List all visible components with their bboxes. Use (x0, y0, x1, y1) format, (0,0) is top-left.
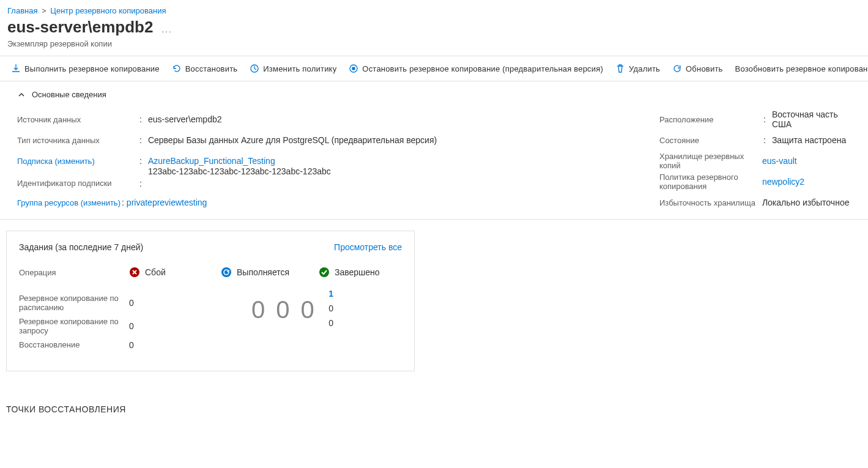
jobs-status-header: Операция Сбой Выполняется Завершено (19, 267, 402, 291)
jobs-title: Задания (за последние 7 дней) (19, 242, 143, 252)
subscription-value[interactable]: AzureBackup_Functional_Testing (148, 156, 275, 166)
svg-rect-2 (352, 67, 355, 70)
completed-header: Завершено (319, 267, 410, 278)
error-icon (129, 267, 140, 278)
subscription-id-label: Идентификатор подписки (17, 171, 139, 188)
more-menu[interactable]: ... (161, 25, 172, 34)
status-label: Состояние (659, 136, 763, 145)
jobs-center-zeros: 0 0 0 (19, 296, 314, 324)
download-icon (11, 64, 21, 73)
backup-now-button[interactable]: Выполнить резервное копирование (5, 60, 166, 77)
essentials-right-col: Расположение : Восточная часть США Состо… (659, 109, 851, 213)
chevron-up-icon (17, 91, 26, 99)
restore-failed-count: 0 (129, 340, 134, 350)
view-all-link[interactable]: Просмотреть все (334, 242, 402, 252)
restore-button[interactable]: Восстановить (166, 60, 244, 77)
redundancy-label: Избыточность хранилища (659, 198, 763, 207)
toolbar: Выполнить резервное копирование Восстано… (0, 56, 868, 81)
restore-points-heading: ТОЧКИ ВОССТАНОВЛЕНИЯ (0, 371, 868, 420)
subscription-label[interactable]: Подписка (изменить) (17, 157, 139, 166)
svg-point-5 (319, 267, 329, 277)
inprogress-icon (221, 267, 232, 278)
big-zero-1: 0 (251, 296, 265, 324)
essentials-section: Основные сведения Источник данных : eus-… (0, 81, 868, 220)
title-row: eus-server\empdb2 ... (0, 18, 868, 39)
subscription-id-value: 123abc-123abc-123abc-123abc-123abc-123ab… (148, 166, 331, 176)
datasource-value: eus-server\empdb2 (148, 114, 222, 124)
breadcrumb-backup-center[interactable]: Центр резервного копирования (50, 6, 166, 15)
scheduled-completed-count[interactable]: 1 (328, 289, 333, 299)
essentials-grid: Источник данных : eus-server\empdb2 Тип … (17, 109, 851, 213)
page-title: eus-server\empdb2 (7, 18, 153, 37)
big-zero-2: 0 (276, 296, 289, 324)
datasource-label: Источник данных (17, 115, 139, 124)
svg-point-4 (221, 267, 231, 277)
operation-header: Операция (19, 268, 129, 277)
restore-label: Восстановление (19, 340, 129, 349)
failed-header: Сбой (129, 267, 221, 278)
jobs-card: Задания (за последние 7 дней) Просмотрет… (6, 231, 415, 371)
jobs-table-body: Резервное копирование по расписанию 0 Ре… (19, 291, 402, 346)
vault-value[interactable]: eus-vault (762, 156, 797, 166)
resource-group-value[interactable]: privatepreviewtesting (127, 198, 207, 207)
delete-icon (615, 64, 625, 73)
essentials-left-col: Источник данных : eus-server\empdb2 Тип … (17, 109, 635, 213)
stop-icon (349, 64, 358, 73)
redundancy-value: Локально избыточное (762, 198, 850, 207)
refresh-icon (672, 64, 682, 73)
delete-button[interactable]: Удалить (609, 60, 666, 77)
vault-label: Хранилище резервных копий (659, 152, 763, 170)
jobs-completed-column: 1 0 0 (328, 289, 333, 328)
big-zero-3: 0 (301, 296, 314, 324)
location-value: Восточная часть США (772, 110, 851, 129)
success-icon (319, 267, 330, 278)
page-subtitle: Экземпляр резервной копии (0, 39, 868, 56)
restore-icon (172, 64, 182, 73)
resume-backup-button[interactable]: Возобновить резервное копирование (предв… (729, 61, 868, 77)
essentials-toggle[interactable]: Основные сведения (17, 90, 851, 109)
refresh-button[interactable]: Обновить (666, 60, 729, 77)
edit-policy-button[interactable]: Изменить политику (243, 60, 343, 77)
policy-value[interactable]: newpolicy2 (762, 177, 804, 187)
policy-icon (250, 64, 259, 73)
inprogress-header: Выполняется (221, 267, 319, 278)
restore-completed-count: 0 (328, 318, 333, 328)
status-value: Защита настроена (772, 135, 846, 145)
policy-label: Политика резервного копирования (659, 173, 763, 191)
essentials-heading: Основные сведения (32, 90, 106, 99)
location-label: Расположение (659, 115, 763, 124)
breadcrumb: Главная > Центр резервного копирования (0, 0, 868, 18)
breadcrumb-home[interactable]: Главная (7, 6, 37, 15)
resource-group-label[interactable]: Группа ресурсов (изменить) (17, 198, 121, 207)
datasource-type-label: Тип источника данных (17, 136, 139, 145)
ondemand-completed-count: 0 (328, 303, 333, 313)
datasource-type-value: Серверы Базы данных Azure для PostgreSQL… (148, 135, 437, 145)
breadcrumb-separator: > (40, 6, 48, 15)
stop-backup-button[interactable]: Остановить резервное копирование (предва… (343, 60, 609, 77)
